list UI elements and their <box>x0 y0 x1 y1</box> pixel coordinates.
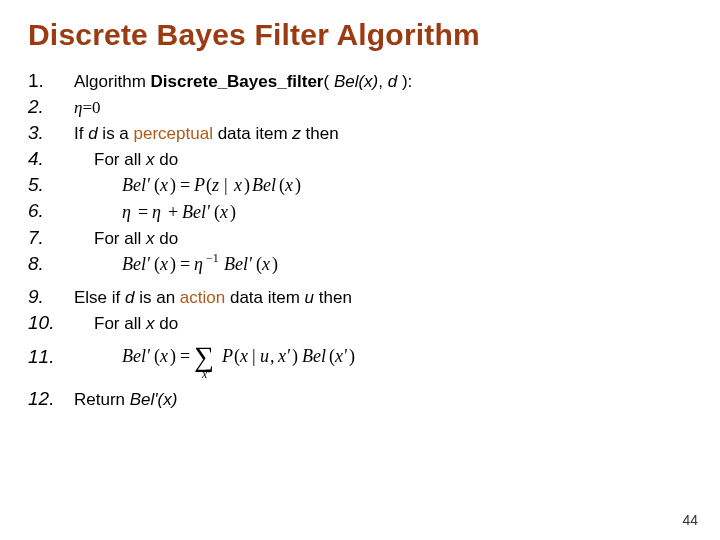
paren-close: ): <box>397 72 412 91</box>
svg-text:): ) <box>292 346 298 367</box>
step-1: 1. Algorithm Discrete_Bayes_filter( Bel(… <box>28 68 692 94</box>
svg-text:z: z <box>211 175 219 195</box>
svg-text:,: , <box>270 346 275 366</box>
text: is an <box>135 288 180 307</box>
svg-text:η: η <box>122 202 131 222</box>
arg-d: d <box>388 72 397 91</box>
step-3: 3. If d is a perceptual data item z then <box>28 120 692 146</box>
svg-text:|: | <box>224 175 228 195</box>
algo-name: Discrete_Bayes_filter <box>151 72 324 91</box>
step-number: 8. <box>28 251 74 277</box>
step-8: 8. Bel' ( x ) = η −1 Bel' ( x ) <box>28 251 692 279</box>
svg-text:x: x <box>159 346 168 366</box>
step-number: 7. <box>28 225 74 251</box>
svg-text:x: x <box>219 202 228 222</box>
step-4: 4. For all x do <box>28 146 692 172</box>
step-number: 1. <box>28 68 74 94</box>
svg-text:η: η <box>194 254 203 274</box>
forall-kw: For all <box>94 229 146 248</box>
svg-text:Bel': Bel' <box>122 254 151 274</box>
step-number: 11. <box>28 344 74 370</box>
svg-text:x: x <box>233 175 242 195</box>
do-kw: do <box>154 150 178 169</box>
svg-text:): ) <box>230 202 236 223</box>
return-val: Bel'(x) <box>130 390 178 409</box>
text: data item <box>225 288 304 307</box>
then-kw: then <box>301 124 339 143</box>
step-10: 10. For all x do <box>28 310 692 336</box>
then-kw: then <box>314 288 352 307</box>
return-kw: Return <box>74 390 130 409</box>
arg-bel: Bel(x) <box>334 72 378 91</box>
svg-text:η: η <box>152 202 161 222</box>
svg-text:x: x <box>159 254 168 274</box>
step-number: 2. <box>28 94 74 120</box>
svg-text:x': x' <box>334 346 348 366</box>
svg-text:Bel': Bel' <box>182 202 211 222</box>
do-kw: do <box>154 314 178 333</box>
step-5: 5. Bel' ( x ) = P ( z | x ) B <box>28 172 692 199</box>
svg-text:+: + <box>168 202 178 222</box>
arg-sep: , <box>378 72 387 91</box>
step-number: 12. <box>28 386 74 412</box>
svg-text:Bel: Bel <box>252 175 276 195</box>
svg-text:): ) <box>272 254 278 275</box>
svg-text:x: x <box>284 175 293 195</box>
slide-title: Discrete Bayes Filter Algorithm <box>28 18 692 52</box>
page-number: 44 <box>682 512 698 528</box>
paren-open: ( <box>323 72 333 91</box>
var-d: d <box>125 288 134 307</box>
svg-text:u: u <box>260 346 269 366</box>
svg-text:): ) <box>170 346 176 367</box>
equation-11: Bel' ( x ) = ∑ x' P ( x | u , x' <box>122 336 422 380</box>
svg-text:x': x' <box>277 346 291 366</box>
step-number: 4. <box>28 146 74 172</box>
svg-text:x: x <box>261 254 270 274</box>
svg-text:): ) <box>244 175 250 196</box>
svg-text:−1: −1 <box>206 252 219 265</box>
step-7: 7. For all x do <box>28 225 692 251</box>
equation-8: Bel' ( x ) = η −1 Bel' ( x ) <box>122 252 332 278</box>
action-word: action <box>180 288 225 307</box>
do-kw: do <box>154 229 178 248</box>
svg-text:Bel': Bel' <box>122 346 151 366</box>
var-d: d <box>88 124 97 143</box>
svg-text:=: = <box>180 175 190 195</box>
svg-text:=: = <box>180 346 190 366</box>
var-z: z <box>292 124 301 143</box>
step-2: 2. η=0 <box>28 94 692 120</box>
svg-text:P: P <box>193 175 205 195</box>
step-number: 5. <box>28 172 74 198</box>
text: data item <box>213 124 292 143</box>
svg-text:Bel: Bel <box>302 346 326 366</box>
svg-text:Bel': Bel' <box>224 254 253 274</box>
svg-text:x': x' <box>201 367 210 380</box>
elseif-kw: Else if <box>74 288 125 307</box>
svg-text:): ) <box>349 346 355 367</box>
eq-zero: =0 <box>82 98 100 117</box>
svg-text:Bel': Bel' <box>122 175 151 195</box>
forall-kw: For all <box>94 150 146 169</box>
step-number: 9. <box>28 284 74 310</box>
algo-keyword: Algorithm <box>74 72 151 91</box>
step-9: 9. Else if d is an action data item u th… <box>28 284 692 310</box>
forall-kw: For all <box>94 314 146 333</box>
svg-text:=: = <box>180 254 190 274</box>
perceptual-word: perceptual <box>134 124 213 143</box>
step-number: 6. <box>28 198 74 224</box>
svg-text:x: x <box>239 346 248 366</box>
step-6: 6. η = η + Bel' ( x ) <box>28 198 692 225</box>
if-kw: If <box>74 124 88 143</box>
svg-text:|: | <box>252 346 256 366</box>
var-u: u <box>305 288 314 307</box>
svg-text:=: = <box>138 202 148 222</box>
svg-text:): ) <box>170 254 176 275</box>
algorithm-block: 1. Algorithm Discrete_Bayes_filter( Bel(… <box>28 68 692 412</box>
step-11: 11. Bel' ( x ) = ∑ x' P ( x | <box>28 336 692 380</box>
svg-text:x: x <box>159 175 168 195</box>
svg-text:): ) <box>295 175 301 196</box>
svg-text:P: P <box>221 346 233 366</box>
step-12: 12. Return Bel'(x) <box>28 386 692 412</box>
equation-5: Bel' ( x ) = P ( z | x ) Bel ( x <box>122 174 352 198</box>
equation-6: η = η + Bel' ( x ) <box>122 201 302 225</box>
